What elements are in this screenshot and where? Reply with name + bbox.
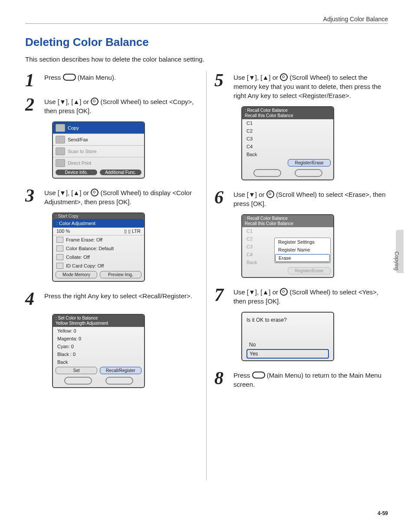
lcd-recall-balance: : Recall Color Balance Recall this Color… bbox=[241, 106, 334, 180]
side-tab-label: Copying bbox=[394, 251, 400, 271]
step-number: 6 bbox=[214, 188, 233, 208]
softkey-preview-img[interactable]: Preview Img. bbox=[100, 271, 141, 278]
item-c1: C1 bbox=[242, 227, 333, 235]
label: Collate: Off bbox=[66, 255, 90, 260]
left-column: 1 Press (Main Menu). 2 Use [▼], [▲] or (… bbox=[25, 71, 203, 396]
item-magenta[interactable]: Magenta: 0 bbox=[53, 335, 144, 343]
print-icon bbox=[56, 159, 65, 167]
step-text: Use [▼], [▲] or (Scroll Wheel) to select… bbox=[233, 71, 388, 100]
paper-icons: ▯ ▯ LTR bbox=[124, 228, 141, 234]
confirm-yes[interactable]: Yes bbox=[246, 349, 329, 359]
step-7: 7 Use [▼], [▲] or (Scroll Wheel) to sele… bbox=[214, 286, 388, 306]
label: Scan to Store bbox=[68, 149, 97, 154]
side-tab: Copying bbox=[396, 230, 404, 273]
opt-id-card[interactable]: ID Card Copy: Off bbox=[53, 261, 144, 270]
label: Send/Fax bbox=[68, 137, 88, 142]
color-balance-icon bbox=[56, 245, 63, 251]
menu-item-direct-print[interactable]: Direct Print bbox=[53, 157, 144, 169]
item-c1[interactable]: C1 bbox=[242, 119, 333, 127]
header-breadcrumb: Adjusting Color Balance bbox=[323, 16, 388, 23]
step-text-b: (Main Menu). bbox=[78, 74, 116, 81]
lcd-main-menu: Copy Send/Fax Scan to Store Direct Print… bbox=[52, 121, 145, 179]
step-2: 2 Use [▼], [▲] or (Scroll Wheel) to sele… bbox=[25, 95, 199, 115]
step-8: 8 Press (Main Menu) to return to the Mai… bbox=[214, 369, 388, 389]
item-c4[interactable]: C4 bbox=[242, 143, 333, 150]
intro-text: This section describes how to delete the… bbox=[25, 55, 204, 63]
step-text-a: Use [▼], [▲] or bbox=[233, 288, 280, 296]
section-title: Deleting Color Balance bbox=[25, 36, 149, 49]
scan-icon bbox=[56, 147, 65, 155]
label: Color Balance: Default bbox=[66, 246, 114, 251]
opt-collate[interactable]: Collate: Off bbox=[53, 253, 144, 261]
any-key-right[interactable] bbox=[105, 377, 133, 385]
menu-item-copy[interactable]: Copy bbox=[53, 122, 144, 134]
menu-item-scan[interactable]: Scan to Store bbox=[53, 145, 144, 157]
softkey-additional-func[interactable]: Additional Func. bbox=[100, 170, 141, 175]
softkey-device-info[interactable]: Device Info. bbox=[56, 170, 97, 175]
label: ID Card Copy: Off bbox=[66, 263, 104, 268]
step-number: 7 bbox=[214, 286, 233, 306]
zoom-value: 100 % bbox=[56, 228, 70, 234]
confirm-no[interactable]: No bbox=[246, 340, 329, 349]
popup-erase[interactable]: Erase bbox=[275, 254, 330, 262]
step-number: 3 bbox=[25, 186, 44, 206]
lcd-color-adjustment-row[interactable]: : Color Adjustment bbox=[53, 219, 144, 228]
id-card-icon bbox=[56, 263, 63, 269]
item-c3[interactable]: C3 bbox=[242, 135, 333, 143]
step-5: 5 Use [▼], [▲] or (Scroll Wheel) to sele… bbox=[214, 71, 388, 100]
lcd-set-balance: : Set Color to Balance Yellow Strength A… bbox=[52, 314, 145, 388]
item-back[interactable]: Back bbox=[242, 150, 333, 158]
step-text: Use [▼], [▲] or (Scroll Wheel) to select… bbox=[233, 286, 388, 306]
step-number: 2 bbox=[25, 95, 44, 115]
any-key-left[interactable] bbox=[253, 169, 281, 177]
opt-frame-erase[interactable]: Frame Erase: Off bbox=[53, 235, 144, 244]
softkey-mode-memory[interactable]: Mode Memory bbox=[56, 271, 97, 278]
item-back[interactable]: Back bbox=[53, 358, 144, 366]
step-4: 4 Press the right Any key to select <Rec… bbox=[25, 290, 199, 308]
step-text-a: Use [▼] or bbox=[233, 191, 266, 198]
step-text: Use [▼], [▲] or (Scroll Wheel) to displa… bbox=[44, 186, 199, 206]
popup-register-settings[interactable]: Register Settings bbox=[275, 238, 330, 246]
lcd-title: : Set Color to Balance Yellow Strength A… bbox=[53, 315, 144, 327]
item-yellow[interactable]: Yellow: 0 bbox=[53, 327, 144, 335]
lcd-title: : Recall Color Balance Recall this Color… bbox=[242, 215, 333, 227]
softkey-recall-register[interactable]: Recall/Register bbox=[100, 367, 141, 374]
main-menu-key-icon bbox=[63, 74, 76, 81]
opt-color-balance[interactable]: Color Balance: Default bbox=[53, 244, 144, 253]
step-text-a: Use [▼], [▲] or bbox=[44, 98, 91, 105]
page-number: 4-59 bbox=[378, 510, 388, 516]
item-c2[interactable]: C2 bbox=[242, 127, 333, 135]
popup-register-name[interactable]: Register Name bbox=[275, 246, 330, 254]
any-key-right[interactable] bbox=[295, 169, 322, 177]
lcd-confirm-erase: Is it OK to erase? No Yes bbox=[241, 312, 334, 361]
send-icon bbox=[56, 136, 65, 144]
collate-icon bbox=[56, 254, 63, 260]
step-text: Press (Main Menu). bbox=[44, 71, 199, 89]
lcd-recall-popup: : Recall Color Balance Recall this Color… bbox=[241, 214, 334, 278]
step-text: Press the right Any key to select <Recal… bbox=[44, 290, 199, 308]
step-number: 8 bbox=[214, 369, 233, 389]
step-text: Use [▼] or (Scroll Wheel) to select <Era… bbox=[233, 188, 388, 208]
step-text-a: Use [▼], [▲] or bbox=[44, 189, 91, 196]
scroll-wheel-icon bbox=[91, 189, 99, 196]
step-text: Use [▼], [▲] or (Scroll Wheel) to select… bbox=[44, 95, 199, 115]
main-menu-key-icon bbox=[252, 372, 265, 379]
step-number: 5 bbox=[214, 71, 233, 100]
softkey-register-erase: Register/Erase bbox=[288, 267, 331, 274]
scroll-wheel-icon bbox=[266, 190, 274, 198]
frame-erase-icon bbox=[56, 237, 63, 243]
item-cyan[interactable]: Cyan: 0 bbox=[53, 343, 144, 350]
menu-item-sendfax[interactable]: Send/Fax bbox=[53, 134, 144, 145]
step-3: 3 Use [▼], [▲] or (Scroll Wheel) to disp… bbox=[25, 186, 199, 206]
copy-icon bbox=[56, 124, 65, 132]
popup-register-erase: Register Settings Register Name Erase bbox=[274, 238, 331, 263]
step-text-a: Press bbox=[44, 74, 63, 81]
label: Frame Erase: Off bbox=[66, 237, 102, 242]
step-6: 6 Use [▼] or (Scroll Wheel) to select <E… bbox=[214, 188, 388, 208]
softkey-set[interactable]: Set bbox=[56, 367, 97, 374]
lcd-copy-settings: : Start Copy : Color Adjustment 100 % ▯ … bbox=[52, 212, 145, 282]
any-key-left[interactable] bbox=[64, 377, 92, 385]
softkey-register-erase[interactable]: Register/Erase bbox=[288, 159, 331, 166]
item-black[interactable]: Black : 0 bbox=[53, 350, 144, 358]
scroll-wheel-icon bbox=[91, 98, 99, 105]
